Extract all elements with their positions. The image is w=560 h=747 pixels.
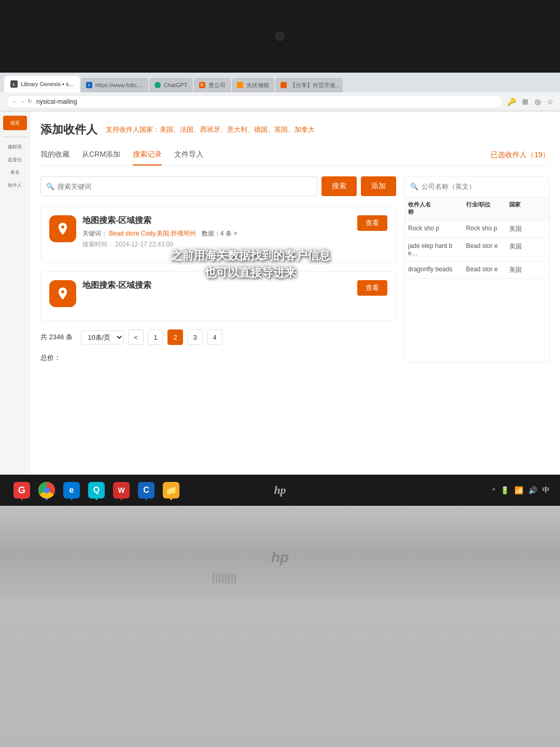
tab-my-favorites[interactable]: 我的收藏 (40, 150, 69, 165)
screen: L Library Genesis • s... f https://www.f… (0, 73, 560, 506)
tab-guangfu-label: 光伏储能 (246, 81, 269, 89)
keyword-label-1: 关键词： (82, 230, 107, 237)
card-info-1: 地图搜索-区域搜索 关键词： Bead store Cody,美国,怀俄明州 数… (82, 215, 237, 249)
page-title: 添加收件人 (40, 122, 97, 137)
date-value-1: 2024-12-17 22:43:00 (115, 241, 173, 248)
right-panel-search: 🔍 (405, 177, 549, 197)
page-size-select[interactable]: 10条/页 20条/页 50条/页 (81, 330, 124, 344)
table-row: dragonfly beads Bead stor e 美国 (405, 261, 549, 279)
tab-file-import[interactable]: 文件导入 (174, 150, 203, 165)
page-4-btn[interactable]: 4 (207, 329, 222, 345)
taskbar-q-app[interactable]: Q (85, 479, 108, 502)
hp-text: hp (274, 483, 286, 497)
tab-crm-add[interactable]: 从CRM添加 (82, 150, 120, 165)
taskbar-word[interactable]: W (110, 479, 133, 502)
col-header-name: 收件人名称 (405, 197, 463, 220)
sidebar-item-1[interactable]: 建邮营 (5, 144, 25, 150)
page-content: 领英 建邮营 设置任 务名 收件人 添加 (0, 112, 560, 475)
search-input-wrap: 🔍 (40, 176, 317, 196)
row2-country: 美国 (506, 238, 549, 261)
system-tray: ^ 🔋 📶 🔊 中 (493, 486, 550, 495)
taskbar-chrome[interactable] (35, 479, 58, 502)
table-header: 收件人名称 行业/职位 国家 (405, 197, 549, 220)
table-row: jade elep hant be… Bead stor e 美国 (405, 238, 549, 261)
card-header-2: 地图搜索-区域搜索 (49, 280, 387, 307)
tab-chatgpt-label: ChatGPT (164, 82, 188, 88)
col-header-industry: 行业/职位 (463, 197, 506, 220)
tab-search-records[interactable]: 搜索记录 (133, 150, 162, 165)
sidebar-translate-btn[interactable]: 领英 (3, 116, 27, 130)
company-name-input[interactable] (422, 183, 544, 190)
data-count-1: 数据：4 条 > (202, 230, 237, 237)
browser-icons-right: 🔑 ⊞ ◎ ☆ (507, 98, 554, 106)
tab-chatgpt[interactable]: ChatGPT (149, 78, 193, 92)
star-icon[interactable]: ☆ (547, 98, 554, 106)
tray-chevron-icon: ^ (493, 487, 495, 493)
taskbar-g-app[interactable]: G (10, 479, 33, 502)
result-card-1: 查看 地图搜索-区域搜索 (40, 206, 396, 263)
tab-frdic[interactable]: f https://www.frdic.... (81, 78, 148, 92)
tab-guangfu[interactable]: 光伏储能 (232, 78, 274, 92)
page-1-btn[interactable]: 1 (148, 329, 163, 345)
row1-name: Rock sho p (405, 220, 463, 238)
card-title-1: 地图搜索-区域搜索 (82, 215, 237, 226)
view-button-2[interactable]: 查看 (357, 280, 387, 296)
card-icon-1 (49, 215, 76, 242)
search-prefix-icon: 🔍 (46, 183, 54, 190)
tab-waimao-label: 【分享】外贸开发... (290, 81, 340, 89)
row3-industry: Bead stor e (463, 261, 506, 279)
taskbar: G e Q W (0, 475, 560, 506)
taskbar-edge[interactable]: e (60, 479, 83, 502)
two-col-layout: 🔍 搜索 添加 查看 (40, 176, 550, 363)
volume-icon: 🔊 (528, 486, 537, 494)
translate-icon: ⊞ (522, 98, 528, 106)
map-pin-icon-2 (55, 286, 70, 301)
address-bar[interactable]: ← → ↻ nysical-mailing (6, 95, 503, 108)
tab-selected-count: 已选收件人（19） (491, 150, 550, 165)
row2-name: jade elep hant be… (405, 238, 463, 261)
left-column: 🔍 搜索 添加 查看 (40, 176, 396, 363)
table-row: Rock sho p Rock sho p 美国 (405, 220, 549, 238)
search-input[interactable] (58, 183, 312, 190)
total-price-label: 总价： (40, 354, 61, 362)
hp-brand-text: hp (271, 549, 289, 566)
bottom-chassis: hp (0, 506, 560, 599)
sidebar-item-3[interactable]: 务名 (5, 169, 25, 176)
browser-chrome: L Library Genesis • s... f https://www.f… (0, 73, 560, 112)
key-icon: 🔑 (507, 98, 516, 106)
search-button[interactable]: 搜索 (321, 176, 357, 196)
card-header-1: 地图搜索-区域搜索 关键词： Bead store Cody,美国,怀俄明州 数… (49, 215, 387, 249)
tab-chagongsi-label: 查公司 (208, 81, 226, 89)
right-search-icon: 🔍 (410, 183, 418, 190)
webcam-icon (275, 32, 285, 41)
card-keywords-1: 关键词： Bead store Cody,美国,怀俄明州 数据：4 条 > (82, 229, 237, 238)
taskbar-c-app[interactable]: C (135, 479, 158, 502)
left-sidebar: 领英 建邮营 设置任 务名 收件人 (0, 112, 30, 475)
row2-industry: Bead stor e (463, 238, 506, 261)
page-3-btn[interactable]: 3 (187, 329, 203, 345)
tab-libgen[interactable]: L Library Genesis • s... (4, 76, 80, 92)
sidebar-item-2[interactable]: 设置任 (5, 157, 25, 163)
right-panel: 🔍 收件人名称 行业/职位 国家 Ro (404, 176, 550, 363)
view-button-1[interactable]: 查看 (357, 215, 387, 231)
ime-indicator[interactable]: 中 (542, 486, 550, 495)
results-wrapper: 查看 地图搜索-区域搜索 (40, 206, 396, 321)
tab-bar: L Library Genesis • s... f https://www.f… (0, 73, 560, 92)
page-2-btn[interactable]: 2 (167, 329, 183, 345)
tab-chagongsi[interactable]: 查 查公司 (194, 78, 231, 92)
taskbar-files[interactable]: 📁 (160, 479, 183, 502)
search-bar: 🔍 搜索 添加 (40, 176, 396, 196)
address-text: nysical-mailing (36, 98, 497, 105)
card-info-2: 地图搜索-区域搜索 (82, 280, 151, 294)
address-bar-row: ← → ↻ nysical-mailing 🔑 ⊞ ◎ ☆ (0, 92, 560, 111)
map-pin-icon (55, 222, 70, 236)
hp-logo-center: hp (0, 475, 560, 506)
prev-page-btn[interactable]: < (128, 329, 144, 345)
add-button[interactable]: 添加 (361, 176, 396, 196)
speaker-grille-left (56, 573, 392, 584)
card-title-2: 地图搜索-区域搜索 (82, 280, 151, 291)
sidebar-item-4[interactable]: 收件人 (5, 182, 25, 189)
wifi-icon: 📶 (514, 486, 523, 494)
row3-country: 美国 (506, 261, 549, 279)
tab-waimao[interactable]: 【分享】外贸开发... (275, 78, 343, 92)
